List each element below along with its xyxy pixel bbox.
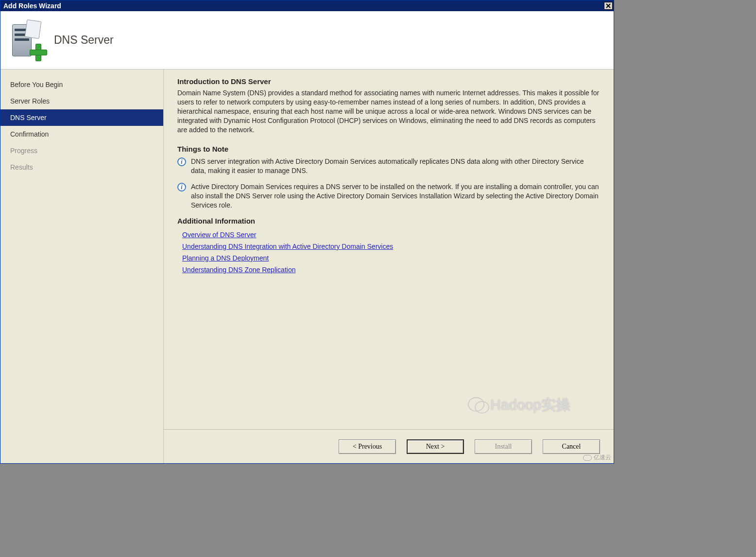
info-icon: i [177,183,186,191]
cancel-button[interactable]: Cancel [543,439,600,454]
note-text: Active Directory Domain Services require… [191,182,600,210]
close-button[interactable] [604,2,613,10]
things-to-note-heading: Things to Note [177,145,600,153]
info-icon: i [177,157,186,166]
close-icon [606,3,611,8]
nav-dns-server[interactable]: DNS Server [0,109,163,126]
nav-confirmation[interactable]: Confirmation [0,126,163,142]
link-list: Overview of DNS Server Understanding DNS… [177,229,600,276]
wizard-body: Before You Begin Server Roles DNS Server… [0,70,614,463]
link-dns-zone-replication[interactable]: Understanding DNS Zone Replication [177,264,295,276]
nav-results: Results [0,159,163,175]
previous-button[interactable]: < Previous [339,439,396,454]
intro-text: Domain Name System (DNS) provides a stan… [177,88,600,134]
link-dns-ad-integration[interactable]: Understanding DNS Integration with Activ… [177,241,393,252]
intro-heading: Introduction to DNS Server [177,77,600,86]
nav-progress: Progress [0,142,163,159]
additional-info-heading: Additional Information [177,217,600,225]
install-button: Install [475,439,532,454]
main-panel: Introduction to DNS Server Domain Name S… [164,70,614,463]
link-overview-dns[interactable]: Overview of DNS Server [177,229,256,241]
window-title: Add Roles Wizard [3,0,61,11]
nav-server-roles[interactable]: Server Roles [0,93,163,109]
wizard-header: DNS Server [0,11,614,70]
wizard-window: Add Roles Wizard DNS Server Before You B… [0,0,614,464]
note-text: DNS server integration with Active Direc… [191,157,600,175]
add-plus-icon [30,44,46,60]
page-title: DNS Server [54,34,114,47]
nav-before-you-begin[interactable]: Before You Begin [0,76,163,93]
titlebar: Add Roles Wizard [0,0,614,11]
nav-sidebar: Before You Begin Server Roles DNS Server… [0,70,164,463]
content-area: Introduction to DNS Server Domain Name S… [164,70,614,429]
next-button[interactable]: Next > [407,439,464,454]
link-planning-dns[interactable]: Planning a DNS Deployment [177,252,269,264]
note-item: i DNS server integration with Active Dir… [177,157,600,175]
dns-server-icon [7,21,45,59]
button-bar: < Previous Next > Install Cancel [164,429,614,463]
note-item: i Active Directory Domain Services requi… [177,182,600,210]
